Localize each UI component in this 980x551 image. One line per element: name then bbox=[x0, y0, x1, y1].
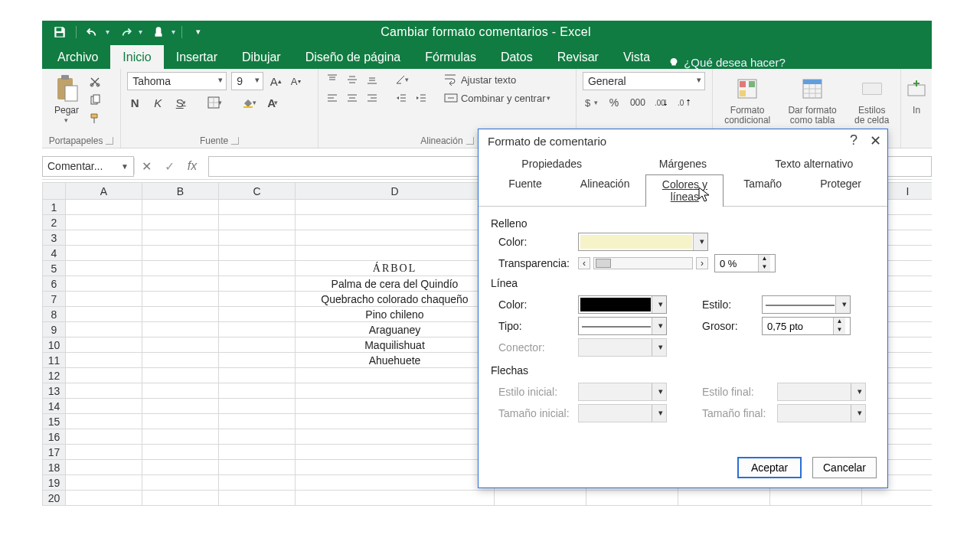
cell[interactable] bbox=[219, 230, 296, 246]
cell[interactable] bbox=[142, 261, 219, 276]
cell[interactable] bbox=[296, 246, 495, 261]
row-header[interactable]: 4 bbox=[43, 246, 66, 261]
cell[interactable] bbox=[142, 292, 219, 307]
tab-tamano[interactable]: Tamaño bbox=[724, 174, 802, 206]
fill-color-button[interactable]: ▾ bbox=[241, 95, 257, 110]
cell[interactable] bbox=[66, 322, 142, 337]
cell[interactable] bbox=[219, 246, 296, 261]
comma-button[interactable]: 000 bbox=[629, 95, 646, 110]
underline-button[interactable]: S▾ bbox=[173, 95, 188, 110]
increase-font-icon[interactable]: A▴ bbox=[268, 73, 283, 89]
row-header[interactable]: 16 bbox=[43, 429, 66, 445]
cell[interactable] bbox=[142, 322, 219, 337]
cell[interactable] bbox=[66, 230, 142, 246]
tab-revisar[interactable]: Revisar bbox=[545, 45, 611, 69]
align-right-icon[interactable] bbox=[364, 90, 380, 106]
cell[interactable] bbox=[142, 429, 219, 445]
cell[interactable] bbox=[219, 353, 296, 368]
cell[interactable]: ÁRBOL bbox=[296, 261, 495, 276]
linea-estilo-picker[interactable] bbox=[762, 295, 851, 314]
cell[interactable] bbox=[296, 445, 495, 460]
cell[interactable] bbox=[296, 414, 495, 429]
cell[interactable] bbox=[219, 337, 296, 353]
cell[interactable] bbox=[219, 445, 296, 460]
alineacion-launcher[interactable] bbox=[466, 137, 474, 145]
cell[interactable] bbox=[142, 414, 219, 429]
cell[interactable]: Quebracho colorado chaqueño bbox=[296, 292, 495, 307]
select-all-corner[interactable] bbox=[43, 183, 66, 200]
relleno-color-picker[interactable] bbox=[578, 233, 708, 251]
row-header[interactable]: 2 bbox=[43, 215, 66, 230]
cell[interactable] bbox=[66, 368, 142, 383]
cell[interactable] bbox=[142, 230, 219, 246]
cell[interactable] bbox=[142, 491, 219, 506]
cell[interactable] bbox=[142, 368, 219, 383]
cell[interactable] bbox=[219, 261, 296, 276]
row-header[interactable]: 8 bbox=[43, 307, 66, 322]
redo-icon[interactable] bbox=[116, 24, 136, 41]
cell[interactable] bbox=[66, 276, 142, 292]
col-header-a[interactable]: A bbox=[66, 183, 142, 200]
tab-dlg-fuente[interactable]: Fuente bbox=[486, 174, 564, 206]
qat-customize-caret[interactable]: ▾ bbox=[188, 24, 208, 41]
row-header[interactable]: 20 bbox=[43, 491, 66, 506]
cancelar-button[interactable]: Cancelar bbox=[812, 457, 877, 478]
undo-caret[interactable]: ▾ bbox=[106, 28, 109, 36]
cell[interactable] bbox=[296, 399, 495, 414]
dialog-close-icon[interactable]: ✕ bbox=[870, 132, 881, 149]
cell[interactable] bbox=[66, 200, 142, 215]
format-painter-icon[interactable] bbox=[87, 111, 103, 126]
cell[interactable] bbox=[142, 399, 219, 414]
cell[interactable] bbox=[142, 246, 219, 261]
merge-center-button[interactable]: Combinar y centrar▾ bbox=[444, 92, 551, 104]
decrease-font-icon[interactable]: A▾ bbox=[288, 73, 303, 89]
cell[interactable] bbox=[142, 276, 219, 292]
cell[interactable] bbox=[495, 491, 586, 506]
align-left-icon[interactable] bbox=[325, 90, 340, 106]
tell-me[interactable]: ¿Qué desea hacer? bbox=[668, 56, 786, 69]
portapapeles-launcher[interactable] bbox=[106, 137, 113, 145]
cell[interactable] bbox=[219, 322, 296, 337]
row-header[interactable]: 6 bbox=[43, 276, 66, 292]
tab-colores-lineas[interactable]: Colores y líneas bbox=[645, 174, 724, 207]
cell[interactable] bbox=[770, 491, 862, 506]
cell[interactable] bbox=[66, 292, 142, 307]
touch-caret[interactable]: ▾ bbox=[172, 28, 175, 36]
cell[interactable] bbox=[66, 353, 142, 368]
align-center-icon[interactable] bbox=[345, 90, 360, 106]
tab-formulas[interactable]: Fórmulas bbox=[413, 45, 488, 69]
name-box-caret[interactable]: ▼ bbox=[121, 162, 129, 171]
name-box[interactable]: Comentar... ▼ bbox=[42, 156, 134, 177]
slider-right-arrow[interactable]: › bbox=[696, 257, 708, 269]
cell-styles-button[interactable]: Estilos de celda▾ bbox=[849, 72, 894, 136]
transparencia-spinner[interactable]: ▲▼ bbox=[714, 254, 776, 272]
linea-tipo-picker[interactable] bbox=[578, 317, 667, 335]
cell[interactable] bbox=[296, 200, 495, 215]
undo-icon[interactable] bbox=[83, 24, 103, 41]
row-header[interactable]: 11 bbox=[43, 353, 66, 368]
grosor-spin-down[interactable]: ▼ bbox=[834, 326, 845, 334]
cell[interactable]: Araguaney bbox=[296, 322, 495, 337]
currency-button[interactable]: $▾ bbox=[583, 95, 599, 110]
tab-diseno-pagina[interactable]: Diseño de página bbox=[293, 45, 413, 69]
cell[interactable]: Palma de cera del Quindío bbox=[296, 276, 495, 292]
grosor-value[interactable] bbox=[763, 318, 833, 334]
spin-down-icon[interactable]: ▼ bbox=[759, 263, 770, 272]
cell[interactable] bbox=[66, 475, 142, 491]
cell[interactable] bbox=[296, 491, 495, 506]
cell[interactable] bbox=[219, 215, 296, 230]
align-middle-icon[interactable] bbox=[345, 72, 360, 87]
cell[interactable] bbox=[66, 383, 142, 399]
cell[interactable] bbox=[66, 414, 142, 429]
tab-inicio[interactable]: Inicio bbox=[110, 45, 163, 69]
font-color-button[interactable]: A▾ bbox=[265, 95, 280, 110]
cell[interactable] bbox=[142, 307, 219, 322]
percent-button[interactable]: % bbox=[606, 95, 622, 110]
cell[interactable] bbox=[219, 414, 296, 429]
row-header[interactable]: 12 bbox=[43, 368, 66, 383]
cell[interactable] bbox=[142, 445, 219, 460]
increase-decimal-icon[interactable]: .00 bbox=[654, 95, 669, 110]
row-header[interactable]: 10 bbox=[43, 337, 66, 353]
tab-proteger[interactable]: Proteger bbox=[802, 174, 880, 206]
cell[interactable] bbox=[142, 200, 219, 215]
